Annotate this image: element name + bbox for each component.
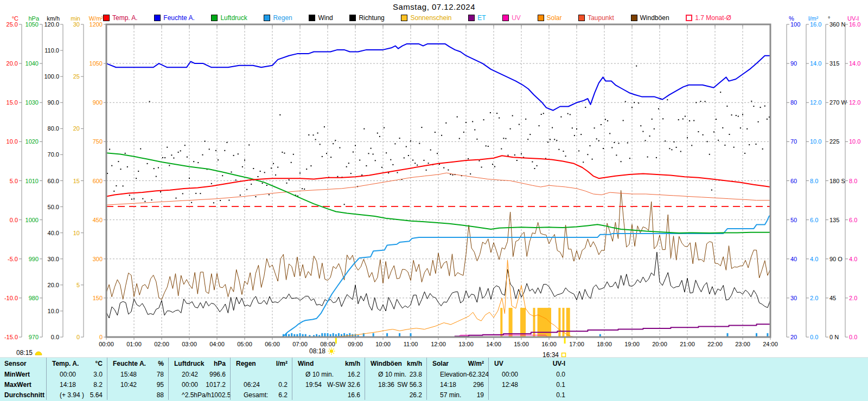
svg-text:2.0: 2.0 (810, 295, 818, 301)
svg-text:0.0: 0.0 (10, 217, 18, 223)
svg-text:0.0: 0.0 (849, 334, 857, 340)
svg-text:4.0: 4.0 (849, 256, 857, 262)
axis-Wm-left: 120010509007506004503001500W/m² (89, 15, 106, 340)
table-cell-temp-a--row3: (+ 3.94 )5.64 (46, 390, 107, 400)
svg-text:10.0: 10.0 (7, 138, 18, 145)
svg-text:900: 900 (93, 99, 103, 106)
svg-text:2.0: 2.0 (849, 295, 857, 301)
svg-text:12.0: 12.0 (849, 99, 860, 106)
svg-text:20:00: 20:00 (652, 341, 667, 347)
svg-text:50: 50 (790, 217, 797, 223)
svg-text:04:00: 04:00 (209, 341, 225, 347)
table-cell-temp-a--row2: 14:188.2 (46, 379, 107, 390)
table-cell-uv-row3: 0.1 (488, 390, 570, 400)
svg-text:08:00: 08:00 (320, 341, 335, 347)
axis-C-left: 25.020.015.010.05.00.0-5.0-10.0-15.0°C (4, 15, 22, 340)
axis-hPa-left: 105010401030102010101000990980970hPa (25, 15, 42, 340)
svg-text:600: 600 (93, 178, 103, 184)
svg-text:16:00: 16:00 (541, 341, 557, 347)
stats-table: SensorTemp. A.°CFeuchte A.%LuftdruckhPaR… (0, 357, 868, 401)
table-cell-regen-row3: Gesamt:6.2 (230, 390, 292, 400)
table-cell-luftdruck-row3: ^2.5hPa/h1002.5 (168, 390, 230, 400)
table-cell-regen-row0: Regenl/m² (230, 358, 292, 369)
svg-text:03:00: 03:00 (182, 341, 197, 347)
svg-text:1000: 1000 (25, 217, 39, 223)
table-row-header: Durchschnitt (0, 391, 46, 399)
table-cell-luftdruck-row1: 20:42996.6 (168, 369, 230, 379)
svg-text:1030: 1030 (25, 99, 39, 106)
svg-text:10.0: 10.0 (48, 308, 59, 314)
table-cell-wind-row3: 16.6 (292, 390, 365, 400)
table-cell-uv-row1: 00:000.0 (488, 369, 570, 379)
svg-text:4.0: 4.0 (810, 256, 818, 262)
svg-text:11:00: 11:00 (404, 341, 418, 347)
svg-text:14:00: 14:00 (486, 341, 501, 347)
svg-text:120.0: 120.0 (44, 21, 59, 28)
svg-text:315: 315 (829, 60, 839, 67)
axis-UVI-right: 16.014.012.010.08.06.04.02.00.0UV-I (845, 15, 860, 340)
svg-text:19:00: 19:00 (624, 341, 640, 347)
svg-text:980: 980 (29, 295, 39, 301)
table-cell-feuchte-a--row2: 10:4295 (107, 379, 168, 390)
sunrise-axis-mark (335, 337, 337, 344)
svg-text:%: % (789, 15, 794, 22)
svg-text:8.0: 8.0 (849, 178, 857, 184)
svg-text:14.0: 14.0 (810, 60, 821, 67)
svg-text:-15.0: -15.0 (4, 334, 18, 340)
svg-text:0.0: 0.0 (51, 334, 59, 340)
svg-text:0.0: 0.0 (810, 334, 818, 340)
svg-text:70.0: 70.0 (48, 151, 59, 158)
svg-text:1010: 1010 (25, 178, 39, 184)
svg-text:23:00: 23:00 (735, 341, 750, 347)
svg-text:10.0: 10.0 (810, 138, 821, 145)
svg-text:20: 20 (790, 334, 797, 340)
svg-text:13:00: 13:00 (458, 341, 474, 347)
svg-text:01:00: 01:00 (126, 341, 142, 347)
svg-text:17:00: 17:00 (569, 341, 584, 347)
svg-text:06:00: 06:00 (265, 341, 280, 347)
svg-text:60: 60 (790, 178, 797, 184)
table-cell-solar-row1: Elevation-62.324 (426, 369, 488, 379)
sunrise-time: 08:18 (309, 347, 326, 355)
svg-text:90.0: 90.0 (48, 99, 59, 106)
svg-text:1050: 1050 (90, 60, 103, 67)
svg-text:150: 150 (93, 295, 103, 301)
svg-text:21:00: 21:00 (680, 341, 695, 347)
svg-text:00:00: 00:00 (99, 341, 114, 347)
svg-text:40.0: 40.0 (48, 230, 59, 236)
svg-text:100: 100 (790, 21, 800, 28)
svg-text:12:00: 12:00 (431, 341, 446, 347)
twilight-icon (35, 350, 42, 355)
table-cell-windb-en-row3: 26.2 (365, 390, 426, 400)
morning-twilight-time: 08:15 (16, 349, 33, 357)
svg-text:45: 45 (829, 295, 836, 301)
sunrise-note: 08:18 (309, 347, 335, 355)
table-cell-regen-row2: 06:240.2 (230, 379, 292, 390)
svg-text:UV-I: UV-I (847, 15, 859, 22)
svg-text:270 W: 270 W (829, 99, 847, 106)
svg-text:10:00: 10:00 (375, 341, 391, 347)
svg-text:22:00: 22:00 (707, 341, 723, 347)
table-cell-feuchte-a--row1: 15:4878 (107, 369, 168, 379)
svg-text:20: 20 (73, 125, 80, 132)
svg-text:135: 135 (829, 217, 839, 223)
axis-min-left: 302520151050min (71, 15, 84, 340)
table-cell-windb-en-row1: Ø 10 min.23.8 (365, 369, 426, 379)
svg-text:l/m²: l/m² (808, 15, 819, 22)
svg-text:hPa: hPa (28, 15, 39, 22)
svg-text:40: 40 (790, 256, 797, 262)
table-corner-sensor: Sensor (0, 360, 46, 367)
svg-text:6.0: 6.0 (810, 217, 818, 223)
svg-text:25: 25 (73, 73, 80, 80)
axis-kmh-left: 120.0110.0100.090.080.070.060.050.040.03… (44, 15, 63, 340)
table-cell-temp-a--row0: Temp. A.°C (46, 358, 107, 369)
table-cell-windb-en-row0: Windböenkm/h (365, 358, 426, 369)
svg-text:16.0: 16.0 (810, 21, 821, 28)
axis--right: 1009080706050403020% (787, 15, 800, 340)
svg-text:300: 300 (93, 256, 103, 262)
svg-text:60.0: 60.0 (48, 178, 59, 184)
table-cell-solar-row3: 57 min.19 (426, 390, 488, 400)
table-cell-solar-row0: SolarW/m² (426, 358, 488, 369)
svg-text:02:00: 02:00 (154, 341, 169, 347)
sunset-axis-mark (564, 337, 566, 344)
